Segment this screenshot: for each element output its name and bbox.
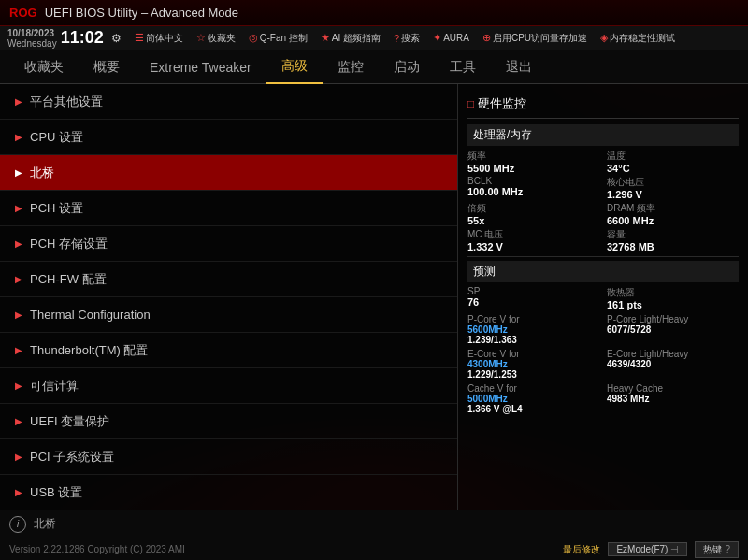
footer-right: 最后修改 EzMode(F7) ⊣ 热键 ? [563,541,739,558]
toolbar: 10/18/2023 Wednesday 11:02 ⚙ ☰ 简体中文 ☆ 收藏… [0,26,748,50]
footer: Version 2.22.1286 Copyright (C) 2023 AMI… [0,538,748,560]
footer-copyright: Version 2.22.1286 Copyright (C) 2023 AMI [9,544,185,554]
toolbar-qfan[interactable]: ◎ Q-Fan 控制 [243,30,313,47]
menu-item-northbridge[interactable]: ▶ 北桥 [0,155,457,191]
cache-freq: 5000MHz [468,394,599,404]
info-bar: i 北桥 [0,510,748,538]
dram-label: DRAM 频率 [607,202,739,215]
toolbar-mem-test[interactable]: ◈ 内存稳定性测试 [595,30,681,47]
bclk-label: BCLK [468,176,599,186]
main-content: ▶ 平台其他设置 ▶ CPU 设置 ▶ 北桥 ▶ PCH 设置 ▶ PCH 存储… [0,84,748,510]
tab-tools[interactable]: 工具 [435,51,491,83]
core-v-label: 核心电压 [607,176,739,189]
menu-item-thunderbolt[interactable]: ▶ Thunderbolt(TM) 配置 [0,333,457,368]
menu-item-trusted[interactable]: ▶ 可信计算 [0,368,457,404]
ecore-grid: E-Core V for 4300MHz 1.229/1.253 E-Core … [468,349,739,380]
tab-monitor[interactable]: 监控 [323,51,379,83]
toolbar-aura[interactable]: ✦ AURA [427,30,475,46]
mem-icon: ◈ [600,32,608,44]
tab-favorites[interactable]: 收藏夹 [9,51,79,83]
hw-section-predict: 预测 [468,261,739,282]
language-icon: ☰ [135,32,144,44]
mc-v-value: 1.332 V [468,241,599,252]
aura-icon: ✦ [433,32,441,44]
hw-predict-top: SP 76 散热器 161 pts [468,286,739,310]
arrow-icon: ▶ [15,167,22,178]
freq-value: 5500 MHz [468,163,599,174]
title-bar-text: UEFI BIOS Utility – Advanced Mode [45,6,238,20]
toolbar-cpu-access[interactable]: ⊕ 启用CPU访问量存加速 [477,30,593,47]
favorites-icon: ☆ [196,32,206,44]
ecore-volt-value: 1.229/1.253 [468,369,599,380]
tab-overview[interactable]: 概要 [79,51,135,83]
sp-label: SP [468,286,599,296]
toolbar-date: 10/18/2023 [7,28,57,38]
bclk-value: 100.00 MHz [468,186,599,197]
cpu-icon: ⊕ [482,32,491,44]
menu-item-uefi-var[interactable]: ▶ UEFI 变量保护 [0,404,457,439]
ecore-freq: 4300MHz [468,359,599,369]
cap-value: 32768 MB [607,241,739,252]
title-bar: ROG UEFI BIOS Utility – Advanced Mode [0,0,748,26]
pcore-light-value: 6077/5728 [607,324,739,335]
menu-item-platform[interactable]: ▶ 平台其他设置 [0,84,457,120]
menu-item-pch-fw[interactable]: ▶ PCH-FW 配置 [0,262,457,297]
heavy-cache-label: Heavy Cache [607,383,739,394]
tab-extreme-tweaker[interactable]: Extreme Tweaker [135,52,266,82]
arrow-icon: ▶ [15,96,22,107]
pcore-grid: P-Core V for 5600MHz 1.239/1.363 P-Core … [468,314,739,345]
arrow-icon: ▶ [15,381,22,391]
menu-item-cpu[interactable]: ▶ CPU 设置 [0,120,457,155]
footer-save-label: 最后修改 [563,543,600,556]
arrow-icon: ▶ [15,487,22,497]
toolbar-time: 11:02 [61,28,104,48]
hw-grid-top: 频率 5500 MHz 温度 34°C BCLK 100.00 MHz 核心电压… [468,150,739,252]
settings-icon[interactable]: ⚙ [111,32,122,45]
arrow-icon: ▶ [15,416,22,426]
heavy-cache-value: 4983 MHz [607,394,739,404]
menu-item-pch-storage[interactable]: ▶ PCH 存储设置 [0,226,457,262]
info-icon: i [9,516,26,533]
mult-value: 55x [468,215,599,226]
ecore-v-label: E-Core V for [468,349,599,359]
dram-value: 6600 MHz [607,215,739,226]
menu-item-usb[interactable]: ▶ USB 设置 [0,475,457,510]
search-icon: ? [394,33,399,44]
ai-icon: ★ [321,32,330,44]
right-panel: 硬件监控 处理器/内存 频率 5500 MHz 温度 34°C BCLK 100… [458,84,748,510]
pcore-light-label: P-Core Light/Heavy [607,314,739,324]
mc-v-label: MC 电压 [468,228,599,241]
hotkey-button[interactable]: 热键 ? [695,541,739,558]
freq-label: 频率 [468,150,599,163]
hw-monitor-title: 硬件监控 [468,92,739,119]
tab-boot[interactable]: 启动 [379,51,435,83]
cap-label: 容量 [607,228,739,241]
pcore-volt-value: 1.239/1.363 [468,335,599,345]
menu-item-pch[interactable]: ▶ PCH 设置 [0,191,457,226]
arrow-icon: ▶ [15,452,22,462]
ecore-light-label: E-Core Light/Heavy [607,349,739,359]
ezmode-button[interactable]: EzMode(F7) ⊣ [608,542,687,556]
menu-item-pci[interactable]: ▶ PCI 子系统设置 [0,439,457,475]
cache-volt-value: 1.366 V @L4 [468,404,599,414]
info-text: 北桥 [34,516,56,532]
arrow-icon: ▶ [15,309,22,320]
tab-exit[interactable]: 退出 [491,51,547,83]
core-v-value: 1.296 V [607,189,739,200]
toolbar-language[interactable]: ☰ 简体中文 [129,30,189,47]
ecore-light-value: 4639/4320 [607,359,739,369]
rog-logo: ROG [9,6,37,20]
temp-label: 温度 [607,150,739,163]
left-panel: ▶ 平台其他设置 ▶ CPU 设置 ▶ 北桥 ▶ PCH 设置 ▶ PCH 存储… [0,84,458,510]
toolbar-weekday: Wednesday [7,38,57,49]
arrow-icon: ▶ [15,132,22,142]
tab-advanced[interactable]: 高级 [266,50,323,84]
pcore-v-label: P-Core V for [468,314,599,324]
toolbar-favorites[interactable]: ☆ 收藏夹 [191,30,241,47]
heatsink-label: 散热器 [607,286,739,299]
pcore-freq: 5600MHz [468,324,599,335]
qfan-icon: ◎ [249,32,258,44]
toolbar-search[interactable]: ? 搜索 [388,30,425,47]
toolbar-ai[interactable]: ★ AI 超频指南 [315,30,386,47]
menu-item-thermal[interactable]: ▶ Thermal Configuration [0,297,457,333]
